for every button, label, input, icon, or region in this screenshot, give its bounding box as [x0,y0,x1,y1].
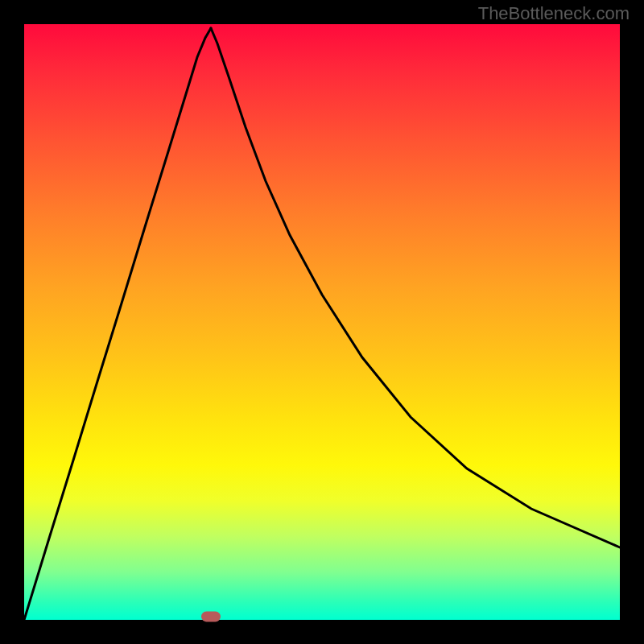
chart-plot-area [24,24,620,620]
watermark-text: TheBottleneck.com [478,3,630,24]
curve-right-branch [211,28,620,547]
curve-left-branch [24,28,211,620]
chart-curve-svg [24,24,620,620]
minimum-marker [201,612,221,622]
